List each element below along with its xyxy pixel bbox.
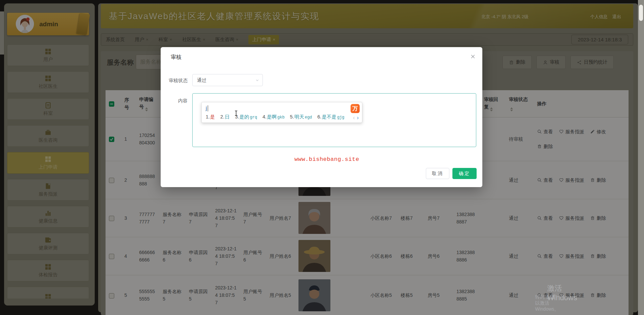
status-select[interactable]: 通过 bbox=[192, 74, 263, 86]
review-modal: 审核 审核状态 通过 内容 j 万 1.是2.日3.是的grq4.是啊gkb5.… bbox=[161, 47, 482, 187]
text-cursor-icon bbox=[234, 110, 238, 116]
ime-candidate[interactable]: 2.日 bbox=[220, 114, 230, 120]
ime-candidate[interactable]: 1.是 bbox=[206, 114, 215, 120]
ime-logo-icon[interactable]: 万 bbox=[351, 104, 360, 113]
confirm-button[interactable]: 确定 bbox=[452, 168, 477, 179]
scrollbar-thumb[interactable] bbox=[639, 5, 643, 21]
chevron-down-icon bbox=[255, 78, 259, 82]
status-select-value: 通过 bbox=[197, 74, 206, 86]
browser-scrollbar[interactable] bbox=[638, 0, 644, 315]
ime-candidate[interactable]: 4.是啊gkb bbox=[263, 114, 285, 120]
ime-candidate[interactable]: 6.是不是gjg bbox=[317, 114, 344, 120]
close-icon[interactable] bbox=[470, 54, 476, 59]
ime-candidate[interactable]: 3.是的grq bbox=[235, 114, 257, 120]
ime-popup: j 万 1.是2.日3.是的grq4.是啊gkb5.明天egd6.是不是gjg … bbox=[201, 102, 362, 123]
ime-composition-text: j bbox=[206, 105, 207, 111]
modal-title: 审核 bbox=[171, 54, 182, 61]
ime-prev-page-icon[interactable]: ‹ bbox=[353, 115, 355, 120]
ime-candidate[interactable]: 5.明天egd bbox=[290, 114, 312, 120]
watermark-site-link: www.bishebang.site bbox=[294, 156, 359, 163]
cancel-button[interactable]: 取消 bbox=[426, 168, 449, 179]
content-field-label: 内容 bbox=[165, 98, 188, 104]
ime-next-page-icon[interactable]: › bbox=[357, 115, 359, 120]
ime-candidate-list: 1.是2.日3.是的grq4.是啊gkb5.明天egd6.是不是gjg bbox=[206, 114, 359, 120]
ime-caret bbox=[208, 105, 208, 111]
status-field-label: 审核状态 bbox=[165, 78, 188, 84]
